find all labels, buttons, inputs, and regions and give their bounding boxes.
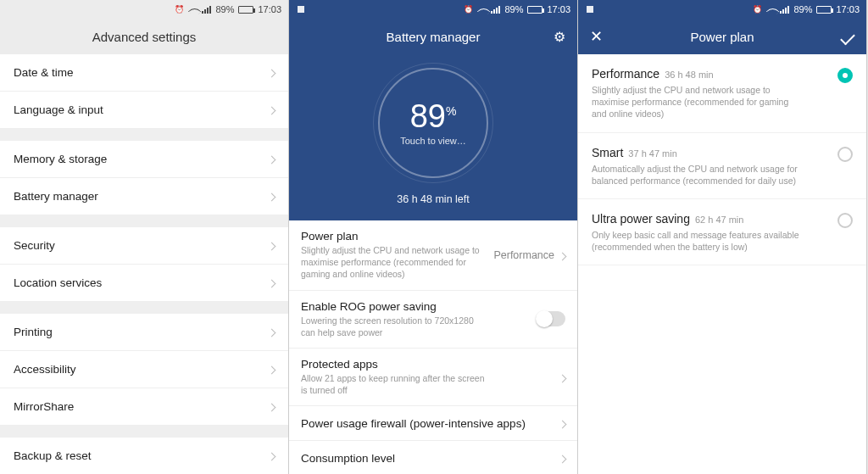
- row-rog[interactable]: Enable ROG power saving Lowering the scr…: [289, 291, 577, 349]
- page-title: Power plan: [690, 30, 754, 44]
- option-performance[interactable]: Performance36 h 48 min Slightly adjust t…: [578, 54, 866, 133]
- chevron-right-icon: [269, 400, 275, 413]
- option-ultra[interactable]: Ultra power saving62 h 47 min Only keep …: [578, 199, 866, 265]
- radio-ultra[interactable]: [837, 213, 853, 228]
- battery-icon: [816, 6, 832, 14]
- chevron-right-icon: [269, 276, 275, 289]
- battery-pct: 89%: [504, 4, 523, 14]
- item-mirrorshare[interactable]: MirrorShare: [0, 388, 288, 426]
- row-protected-apps[interactable]: Protected apps Allow 21 apps to keep run…: [289, 349, 577, 406]
- header: Advanced settings: [0, 19, 288, 54]
- time-left: 36 h 48 min left: [397, 193, 469, 205]
- close-button[interactable]: ✕: [578, 19, 615, 54]
- status-bar: 89% 17:03: [289, 0, 577, 19]
- chevron-right-icon: [269, 190, 275, 203]
- chevron-right-icon: [269, 103, 275, 116]
- touch-to-view: Touch to view…: [400, 136, 466, 146]
- item-security[interactable]: Security: [0, 227, 288, 265]
- chevron-right-icon: [269, 449, 275, 462]
- battery-circle[interactable]: 89% Touch to view…: [378, 68, 488, 178]
- chevron-right-icon: [559, 450, 565, 466]
- rog-toggle[interactable]: [537, 311, 565, 326]
- option-smart[interactable]: Smart37 h 47 min Automatically adjust th…: [578, 133, 866, 199]
- chevron-right-icon: [559, 248, 565, 263]
- radio-performance[interactable]: [837, 68, 853, 83]
- page-title: Battery manager: [387, 30, 481, 44]
- page-title: Advanced settings: [92, 30, 197, 44]
- wifi-icon: [188, 5, 198, 14]
- signal-icon: [202, 6, 211, 14]
- chevron-right-icon: [269, 66, 275, 79]
- row-power-plan[interactable]: Power plan Slightly adjust the CPU and n…: [289, 220, 577, 291]
- status-bar: 89% 17:03: [0, 0, 288, 19]
- item-location-services[interactable]: Location services: [0, 265, 288, 302]
- chevron-right-icon: [269, 153, 275, 165]
- header: Battery manager: [289, 19, 577, 54]
- battery-pct: 89%: [215, 4, 234, 14]
- signal-icon: [491, 6, 500, 14]
- item-accessibility[interactable]: Accessibility: [0, 351, 288, 388]
- item-memory-storage[interactable]: Memory & storage: [0, 141, 288, 178]
- battery-percent: 89%: [410, 100, 457, 132]
- alarm-icon: [175, 5, 184, 14]
- battery-hero: 89% Touch to view… 36 h 48 min left: [289, 54, 577, 220]
- battery-icon: [238, 6, 253, 14]
- gear-icon: [554, 29, 565, 45]
- status-bar: 89% 17:03: [578, 0, 866, 19]
- close-icon: ✕: [590, 27, 603, 46]
- clock: 17:03: [836, 4, 860, 14]
- screen-power-plan: 89% 17:03 ✕ Power plan Performance36 h 4…: [578, 0, 867, 474]
- battery-pct: 89%: [793, 4, 812, 14]
- power-plan-value: Performance: [493, 249, 554, 261]
- wifi-icon: [477, 5, 487, 14]
- check-icon: [841, 30, 854, 44]
- item-printing[interactable]: Printing: [0, 314, 288, 351]
- chevron-right-icon: [559, 370, 565, 385]
- clock: 17:03: [258, 4, 281, 14]
- clock: 17:03: [547, 4, 570, 14]
- wifi-icon: [766, 5, 776, 14]
- row-firewall[interactable]: Power usage firewall (power-intensive ap…: [289, 406, 577, 441]
- alarm-icon: [753, 5, 762, 14]
- power-plan-list: Performance36 h 48 min Slightly adjust t…: [578, 54, 866, 474]
- settings-button[interactable]: [542, 19, 577, 54]
- item-backup-reset[interactable]: Backup & reset: [0, 438, 288, 474]
- screen-advanced-settings: 89% 17:03 Advanced settings Date & time …: [0, 0, 289, 474]
- chevron-right-icon: [269, 363, 275, 376]
- chevron-right-icon: [269, 326, 275, 338]
- chevron-right-icon: [269, 239, 275, 252]
- battery-body: Power plan Slightly adjust the CPU and n…: [289, 220, 577, 474]
- signal-icon: [780, 6, 789, 14]
- alarm-icon: [464, 5, 473, 14]
- app-icon: [298, 6, 304, 13]
- item-language-input[interactable]: Language & input: [0, 92, 288, 129]
- settings-list: Date & time Language & input Memory & st…: [0, 54, 288, 474]
- header: ✕ Power plan: [578, 19, 866, 54]
- screen-battery-manager: 89% 17:03 Battery manager 89% Touch to v…: [289, 0, 578, 474]
- chevron-right-icon: [559, 415, 565, 431]
- battery-icon: [527, 6, 542, 14]
- item-date-time[interactable]: Date & time: [0, 54, 288, 92]
- item-battery-manager[interactable]: Battery manager: [0, 178, 288, 215]
- radio-smart[interactable]: [837, 147, 853, 162]
- confirm-button[interactable]: [829, 19, 866, 54]
- app-icon: [587, 6, 593, 13]
- row-consumption[interactable]: Consumption level: [289, 441, 577, 474]
